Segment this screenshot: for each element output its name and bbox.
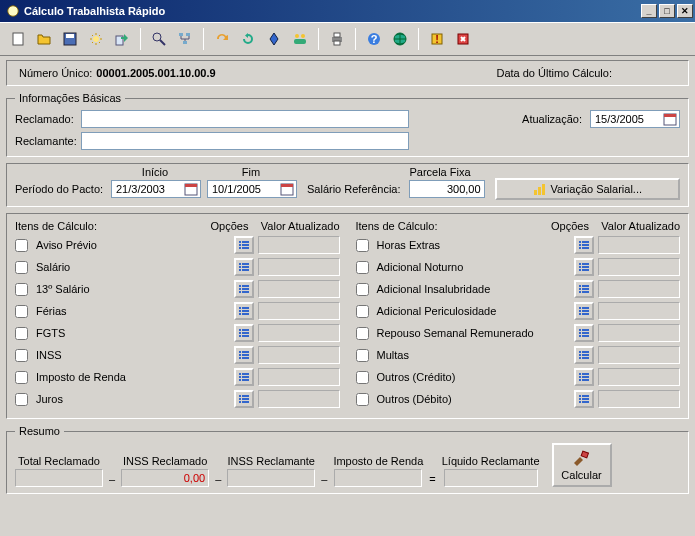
svg-rect-111	[582, 351, 589, 353]
item-label: Outros (Crédito)	[377, 371, 571, 383]
pacto-group: Início Fim Parcela Fixa Período do Pacto…	[6, 163, 689, 207]
item-label: Adicional Periculosidade	[377, 305, 571, 317]
item-row: Adicional Periculosidade	[356, 302, 681, 320]
item-checkbox[interactable]	[356, 371, 369, 384]
item-options-button[interactable]	[574, 258, 594, 276]
list-icon	[578, 371, 590, 383]
inicio-input[interactable]: 21/3/2003	[111, 180, 201, 198]
item-options-button[interactable]	[234, 346, 254, 364]
item-checkbox[interactable]	[356, 239, 369, 252]
item-checkbox[interactable]	[15, 327, 28, 340]
svg-rect-99	[582, 307, 589, 309]
svg-rect-125	[582, 398, 589, 400]
item-label: INSS	[36, 349, 230, 361]
window-title: Cálculo Trabalhista Rápido	[24, 5, 165, 17]
item-checkbox[interactable]	[356, 283, 369, 296]
calendar-icon[interactable]	[663, 112, 677, 126]
item-checkbox[interactable]	[356, 393, 369, 406]
numero-unico-label: Número Único:	[19, 67, 92, 79]
svg-rect-61	[242, 335, 249, 337]
item-label: Juros	[36, 393, 230, 405]
wizard-button[interactable]	[84, 27, 108, 51]
item-options-button[interactable]	[574, 236, 594, 254]
reclamante-input[interactable]	[81, 132, 409, 150]
maximize-button[interactable]: □	[659, 4, 675, 18]
item-options-button[interactable]	[234, 324, 254, 342]
svg-point-11	[295, 34, 299, 38]
svg-rect-70	[239, 376, 241, 378]
hammer-icon	[571, 449, 593, 469]
items-hdr-opt: Opções	[546, 220, 594, 232]
item-options-button[interactable]	[574, 324, 594, 342]
item-options-button[interactable]	[574, 390, 594, 408]
svg-point-4	[93, 36, 99, 42]
svg-rect-115	[582, 357, 589, 359]
calcular-button[interactable]: Calcular	[552, 443, 612, 487]
item-checkbox[interactable]	[356, 261, 369, 274]
item-checkbox[interactable]	[15, 239, 28, 252]
help-button[interactable]: ?	[362, 27, 386, 51]
svg-rect-81	[582, 241, 589, 243]
item-checkbox[interactable]	[356, 305, 369, 318]
item-options-button[interactable]	[234, 390, 254, 408]
print-button[interactable]	[325, 27, 349, 51]
new-button[interactable]	[6, 27, 30, 51]
svg-rect-28	[281, 184, 293, 187]
redo-button[interactable]	[210, 27, 234, 51]
minimize-button[interactable]: _	[641, 4, 657, 18]
save-button[interactable]	[58, 27, 82, 51]
atualizacao-input[interactable]: 15/3/2005	[590, 110, 680, 128]
item-checkbox[interactable]	[356, 327, 369, 340]
item-row: Férias	[15, 302, 340, 320]
export-button[interactable]	[110, 27, 134, 51]
diamond-button[interactable]	[262, 27, 286, 51]
item-options-button[interactable]	[234, 368, 254, 386]
item-options-button[interactable]	[234, 302, 254, 320]
close-button[interactable]: ✕	[677, 4, 693, 18]
item-checkbox[interactable]	[15, 393, 28, 406]
tree-button[interactable]	[173, 27, 197, 51]
parcela-input[interactable]	[409, 180, 485, 198]
item-checkbox[interactable]	[15, 349, 28, 362]
item-checkbox[interactable]	[15, 261, 28, 274]
item-options-button[interactable]	[574, 302, 594, 320]
item-options-button[interactable]	[234, 280, 254, 298]
fim-input[interactable]: 10/1/2005	[207, 180, 297, 198]
resumo-legend: Resumo	[15, 425, 64, 437]
svg-rect-9	[186, 33, 190, 36]
item-label: Salário	[36, 261, 230, 273]
minus-op: –	[321, 473, 327, 487]
item-checkbox[interactable]	[15, 305, 28, 318]
item-checkbox[interactable]	[356, 349, 369, 362]
reclamante-label: Reclamante:	[15, 135, 77, 147]
svg-rect-94	[579, 288, 581, 290]
calendar-icon[interactable]	[184, 182, 198, 196]
item-checkbox[interactable]	[15, 283, 28, 296]
people-button[interactable]	[288, 27, 312, 51]
basic-group: Informações Básicas Reclamado: Atualizaç…	[6, 92, 689, 157]
item-row: Horas Extras	[356, 236, 681, 254]
item-options-button[interactable]	[574, 280, 594, 298]
reclamado-input[interactable]	[81, 110, 409, 128]
exit-button[interactable]	[451, 27, 475, 51]
calendar-icon[interactable]	[280, 182, 294, 196]
item-checkbox[interactable]	[15, 371, 28, 384]
open-button[interactable]	[32, 27, 56, 51]
item-options-button[interactable]	[234, 236, 254, 254]
list-icon	[238, 239, 250, 251]
svg-rect-116	[579, 373, 581, 375]
zoom-button[interactable]	[147, 27, 171, 51]
globe-button[interactable]	[388, 27, 412, 51]
item-options-button[interactable]	[574, 346, 594, 364]
tree-icon	[177, 31, 193, 47]
item-label: 13º Salário	[36, 283, 230, 295]
warn-button[interactable]: !	[425, 27, 449, 51]
item-label: Repouso Semanal Remunerado	[377, 327, 571, 339]
item-options-button[interactable]	[234, 258, 254, 276]
item-label: Multas	[377, 349, 571, 361]
refresh-button[interactable]	[236, 27, 260, 51]
variacao-salarial-button[interactable]: Variação Salarial...	[495, 178, 680, 200]
item-options-button[interactable]	[574, 368, 594, 386]
svg-rect-43	[242, 269, 249, 271]
item-value	[258, 258, 340, 276]
